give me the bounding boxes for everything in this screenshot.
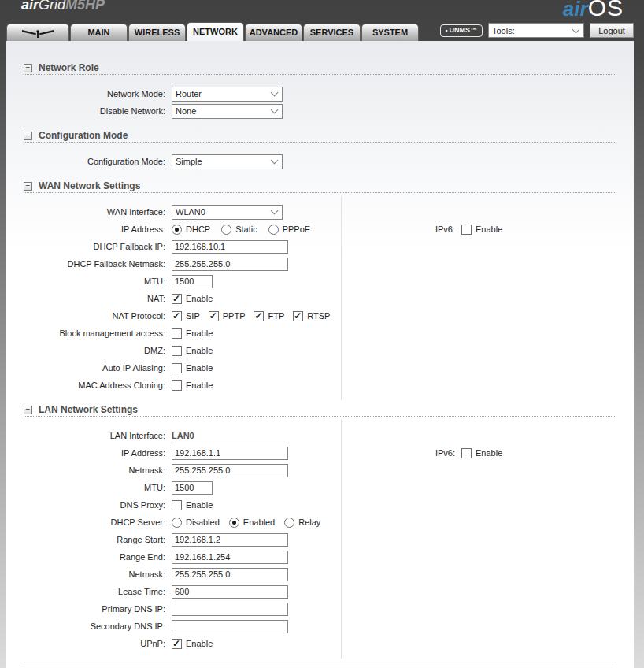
collapse-toggle-icon[interactable]: −: [24, 64, 32, 72]
field-dhcp-server-mode: DHCP Server: Disabled Enabled Relay: [6, 514, 634, 531]
wan-mtu-input[interactable]: [172, 275, 213, 288]
dhcp-server-label: DHCP Server:: [6, 518, 172, 527]
section-header-network-role: − Network Role: [24, 61, 616, 75]
logout-button[interactable]: Logout: [590, 23, 634, 38]
device-logo-grid: Grid: [39, 0, 65, 13]
tools-select-wrap: Tools:: [488, 23, 584, 39]
collapse-toggle-icon[interactable]: −: [24, 182, 32, 191]
tab-main[interactable]: MAIN: [70, 24, 128, 41]
tools-select[interactable]: Tools:: [488, 23, 584, 38]
tab-advanced[interactable]: ADVANCED: [245, 24, 302, 41]
mac-address-cloning-checkbox[interactable]: [172, 380, 182, 391]
dhcp-server-disabled-radio[interactable]: [172, 518, 182, 528]
network-mode-label: Network Mode:: [6, 89, 172, 98]
configuration-mode-select[interactable]: Simple: [172, 154, 283, 169]
lan-netmask-label: Netmask:: [6, 466, 172, 475]
wan-ip-static-radio[interactable]: [221, 225, 231, 235]
wan-ip-pppoe-radio[interactable]: [268, 225, 279, 235]
upnp-enable-label: Enable: [186, 639, 213, 648]
collapse-toggle-icon[interactable]: −: [24, 132, 32, 140]
wan-interface-select[interactable]: WLAN0: [172, 205, 283, 220]
section-title: Configuration Mode: [39, 130, 128, 141]
section-body-wan: WAN Interface: WLAN0 IP Address: DHCP St…: [6, 193, 634, 403]
tab-bar: MAIN WIRELESS NETWORK ADVANCED SERVICES …: [6, 22, 634, 41]
field-upnp: UPnP: Enable: [6, 635, 634, 652]
dmz-enable-label: Enable: [186, 346, 213, 355]
ubiquiti-antenna-icon: [21, 28, 54, 38]
lease-time-input[interactable]: [172, 585, 288, 599]
nat-enable-label: Enable: [186, 294, 213, 303]
dhcp-netmask-input[interactable]: [172, 568, 288, 581]
field-range-end: Range End:: [6, 548, 634, 566]
tab-network[interactable]: NETWORK: [187, 22, 244, 41]
wan-interface-select-wrap: WLAN0: [172, 204, 283, 220]
wan-ipv6-enable-label: Enable: [476, 225, 502, 234]
auto-ip-aliasing-checkbox[interactable]: [172, 363, 182, 373]
wan-ipv6-label: IPv6:: [345, 225, 461, 234]
tab-services[interactable]: SERVICES: [303, 24, 361, 41]
nat-pptp-label: PPTP: [223, 311, 246, 321]
dmz-enable-checkbox[interactable]: [172, 346, 182, 356]
lan-ipv6-label: IPv6:: [345, 448, 461, 458]
dhcp-fallback-netmask-input[interactable]: [172, 258, 288, 271]
range-start-input[interactable]: [172, 533, 288, 547]
section-title: LAN Network Settings: [39, 404, 138, 415]
nat-pptp-checkbox[interactable]: [209, 311, 219, 321]
dhcp-server-relay-radio[interactable]: [284, 518, 294, 528]
field-wan-ipv6: IPv6: Enable: [345, 221, 502, 238]
network-mode-select[interactable]: Router: [172, 87, 283, 102]
nat-ftp-checkbox[interactable]: [254, 311, 264, 321]
field-wan-mtu: MTU:: [6, 273, 634, 290]
collapse-toggle-icon[interactable]: −: [24, 406, 32, 414]
tab-ubiquiti-home[interactable]: [6, 24, 69, 41]
wan-ip-dhcp-radio[interactable]: [172, 225, 182, 235]
dhcp-server-disabled-label: Disabled: [186, 518, 220, 527]
lan-netmask-input[interactable]: [172, 464, 288, 477]
wan-ip-static-label: Static: [235, 225, 257, 234]
bottom-divider: [24, 662, 616, 662]
dhcp-server-relay-label: Relay: [298, 518, 320, 527]
tab-system[interactable]: SYSTEM: [361, 24, 419, 41]
nat-enable-checkbox[interactable]: [172, 294, 182, 304]
airos-logo-air: air: [563, 0, 588, 20]
upnp-enable-checkbox[interactable]: [172, 639, 182, 649]
tab-wireless[interactable]: WIRELESS: [128, 24, 186, 41]
lan-ip-address-input[interactable]: [172, 447, 288, 460]
block-management-access-checkbox[interactable]: [172, 328, 182, 339]
airos-logo: airOS: [563, 0, 624, 21]
wan-mtu-label: MTU:: [6, 276, 172, 286]
dhcp-fallback-ip-input[interactable]: [172, 240, 288, 254]
wan-ip-address-label: IP Address:: [6, 225, 172, 234]
lan-ip-address-label: IP Address:: [6, 448, 172, 458]
field-secondary-dns: Secondary DNS IP:: [6, 618, 634, 635]
section-title: Network Role: [39, 62, 99, 73]
secondary-dns-input[interactable]: [172, 620, 288, 633]
dns-proxy-enable-checkbox[interactable]: [172, 500, 182, 510]
primary-dns-label: Primary DNS IP:: [6, 604, 172, 614]
nat-sip-label: SIP: [186, 311, 200, 321]
upnp-label: UPnP:: [6, 639, 172, 648]
field-dhcp-fallback-netmask: DHCP Fallback Netmask:: [6, 255, 634, 273]
dmz-label: DMZ:: [6, 346, 172, 355]
dns-proxy-label: DNS Proxy:: [6, 500, 172, 510]
disable-network-select[interactable]: None: [172, 104, 283, 119]
section-title: WAN Network Settings: [39, 180, 140, 191]
configuration-mode-label: Configuration Mode:: [6, 157, 172, 166]
wan-ipv6-enable-checkbox[interactable]: [461, 225, 472, 235]
field-lan-interface: LAN Interface: LAN0: [6, 427, 634, 444]
unms-button[interactable]: •UNMS™: [440, 24, 483, 37]
nat-rtsp-checkbox[interactable]: [293, 311, 303, 321]
lan-mtu-input[interactable]: [172, 481, 213, 495]
primary-dns-input[interactable]: [172, 603, 288, 616]
range-end-input[interactable]: [172, 551, 288, 564]
field-dhcp-netmask: Netmask:: [6, 566, 634, 583]
nat-rtsp-label: RTSP: [307, 311, 330, 321]
lan-ipv6-enable-checkbox[interactable]: [461, 448, 472, 458]
field-wan-ip-address-mode: IP Address: DHCP Static PPPoE: [6, 221, 634, 238]
nat-sip-checkbox[interactable]: [172, 311, 182, 321]
field-configuration-mode: Configuration Mode: Simple: [6, 153, 634, 170]
field-nat: NAT: Enable: [6, 290, 634, 307]
field-lan-ipv6: IPv6: Enable: [345, 444, 502, 462]
dhcp-server-enabled-radio[interactable]: [229, 518, 239, 528]
wan-ip-pppoe-label: PPPoE: [283, 225, 310, 234]
